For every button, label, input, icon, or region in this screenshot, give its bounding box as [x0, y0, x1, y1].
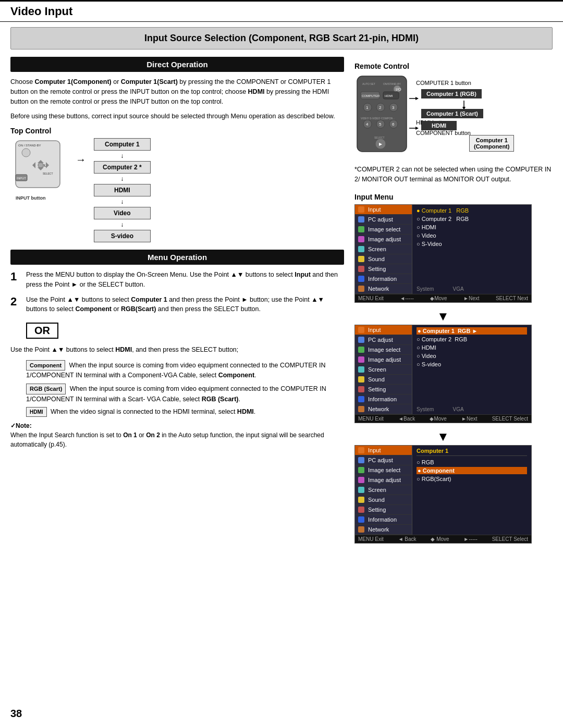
component-tag: Component	[26, 360, 65, 371]
panel2-item-input: Input	[355, 325, 412, 335]
panel3-row: Input PC adjust Image select Image adjus…	[355, 446, 531, 535]
panel3-item-sound: Sound	[355, 495, 412, 505]
svg-text:5: 5	[379, 122, 382, 127]
panel1-item-setting: Setting	[355, 264, 412, 274]
panel1-row: Input PC adjust Image select Image adjus…	[355, 205, 531, 294]
step-2: 2 Use the Point ▲▼ buttons to select Com…	[10, 295, 344, 315]
computer1-rgb-box: Computer 1 (RGB)	[421, 89, 482, 98]
hdmi-option: HDMI When the video signal is connected …	[26, 407, 344, 417]
svg-text:SELECT: SELECT	[43, 172, 53, 175]
computer1-scart-box: Computer 1 (Scart)	[421, 109, 483, 118]
panel1-right-item-5: ○ S-Video	[417, 240, 527, 248]
panel3-item-pc: PC adjust	[355, 455, 412, 465]
p2f-exit: MENU Exit	[358, 416, 384, 422]
p3f-back: ◄ Back	[398, 536, 417, 542]
input-menu-panel-1: Input PC adjust Image select Image adjus…	[354, 204, 532, 303]
p2f-back: ◄Back	[398, 416, 415, 422]
svg-text:2: 2	[379, 105, 382, 110]
svg-text:▶: ▶	[379, 142, 383, 146]
panel3-item-screen: Screen	[355, 485, 412, 495]
panel3-item-setting: Setting	[355, 505, 412, 515]
top-control-diagram: ON / STAND·BY INPUT VOL	[10, 138, 344, 242]
svg-text:6: 6	[392, 122, 395, 127]
section-title: Input Source Selection (Component, RGB S…	[10, 27, 553, 50]
svg-text:I/O: I/O	[396, 87, 401, 92]
panel3-item-imageadj: Image adjust	[355, 475, 412, 485]
svg-marker-37	[415, 97, 419, 100]
p1f-exit: MENU Exit	[358, 295, 384, 301]
panel2-item-info: Information	[355, 394, 412, 404]
numbered-steps: 1 Press the MENU button to display the O…	[10, 270, 344, 314]
info-icon-3	[358, 516, 364, 523]
hdmi-tag: HDMI	[26, 407, 47, 417]
info-icon	[358, 276, 364, 282]
panel2-right-item-3: ○ HDMI	[417, 344, 527, 351]
panel1-right-item-1: ● Computer 1 RGB	[417, 207, 527, 214]
arrow-to-rgb	[409, 93, 420, 104]
computer1-component-box: Computer 1 (Component)	[469, 135, 514, 152]
panel2-system-row: System VGA	[417, 404, 527, 412]
setting-icon	[358, 266, 364, 272]
seq-hdmi: HDMI	[94, 184, 151, 196]
direct-operation-text1: Choose Computer 1(Component) or Computer…	[10, 77, 344, 106]
svg-text:ON / STAND·BY: ON / STAND·BY	[18, 144, 41, 147]
direct-operation-text2: Before using these buttons, correct inpu…	[10, 112, 344, 121]
panel1-item-imagesel: Image select	[355, 225, 412, 235]
right-column: Remote Control AUTO SET ON/STAND-BY I/O …	[354, 57, 553, 550]
setting-icon-3	[358, 507, 364, 513]
panel3-left: Input PC adjust Image select Image adjus…	[355, 446, 412, 535]
input-icon-3	[358, 447, 364, 453]
panel3-footer: MENU Exit ◄ Back ◆ Move ►----- SELECT Se…	[355, 535, 531, 543]
info-icon-2	[358, 396, 364, 402]
p1f-move: ◆Move	[430, 295, 447, 301]
svg-text:INPUT: INPUT	[17, 177, 26, 180]
panel2-left: Input PC adjust Image select Image adjus…	[355, 325, 412, 414]
svg-text:ON/STAND-BY: ON/STAND-BY	[383, 82, 401, 85]
panel2-right-item-5: ○ S-video	[417, 361, 527, 368]
panel1-item-pc: PC adjust	[355, 215, 412, 225]
panel1-item-input: Input	[355, 205, 412, 215]
panel3-right-item-3: ○ RGB(Scart)	[417, 475, 527, 483]
page-title: Video Input	[10, 5, 72, 18]
down-arrow-1: ▼	[354, 309, 532, 324]
p3f-move: ◆ Move	[431, 536, 449, 542]
computer1-component-label1: Computer 1	[476, 137, 508, 143]
pc-icon	[358, 216, 364, 223]
down-arrow-2: ▼	[354, 429, 532, 444]
panel1-system-row: System VGA	[417, 284, 527, 292]
screen-icon	[358, 246, 364, 252]
panel1-right-item-4: ○ Video	[417, 232, 527, 239]
remote-svg: AUTO SET ON/STAND-BY I/O COMPUTER HDMI	[354, 73, 414, 154]
network-icon	[358, 286, 364, 292]
screen-icon-3	[358, 487, 364, 493]
p3f-next: ►-----	[463, 536, 478, 542]
panel3-item-info: Information	[355, 515, 412, 525]
network-icon-3	[358, 526, 364, 533]
network-icon-2	[358, 406, 364, 412]
panel3-item-imagesel: Image select	[355, 465, 412, 475]
sequence-arrow: →	[76, 154, 86, 166]
p1f-back: ◄-----	[400, 295, 414, 301]
svg-point-11	[38, 163, 43, 168]
panel1-item-imageadj: Image adjust	[355, 235, 412, 244]
direct-operation-label: Direct Operation	[10, 57, 344, 72]
menu-operation-section: Menu Operation 1 Press the MENU button t…	[10, 250, 344, 449]
note-label: ✓Note:	[10, 422, 32, 429]
panel2-item-imageadj: Image adjust	[355, 355, 412, 365]
panel2-item-pc: PC adjust	[355, 335, 412, 345]
panel3-right-item-1: ○ RGB	[417, 459, 527, 466]
imagesel-icon	[358, 226, 364, 232]
panel2-right: ● Computer 1 RGB ► ○ Computer 2 RGB ○ HD…	[412, 325, 531, 414]
svg-text:HDMI: HDMI	[385, 94, 393, 97]
pc-icon-2	[358, 337, 364, 343]
p2f-next: ►Next	[461, 416, 477, 422]
remote-control-section: Remote Control AUTO SET ON/STAND-BY I/O …	[354, 62, 553, 184]
step3-text: Use the Point ▲▼ buttons to select HDMI,…	[10, 345, 344, 355]
panel3-right-item-2: ● Component	[417, 467, 527, 474]
panel1-footer: MENU Exit ◄----- ◆Move ►Next SELECT Next	[355, 294, 531, 302]
imageadj-icon-2	[358, 356, 364, 363]
panel1-left: Input PC adjust Image select Image adjus…	[355, 205, 412, 294]
page-number: 38	[10, 708, 22, 720]
p2f-select: SELECT Select	[492, 416, 528, 422]
svg-text:AUTO SET: AUTO SET	[362, 82, 375, 85]
